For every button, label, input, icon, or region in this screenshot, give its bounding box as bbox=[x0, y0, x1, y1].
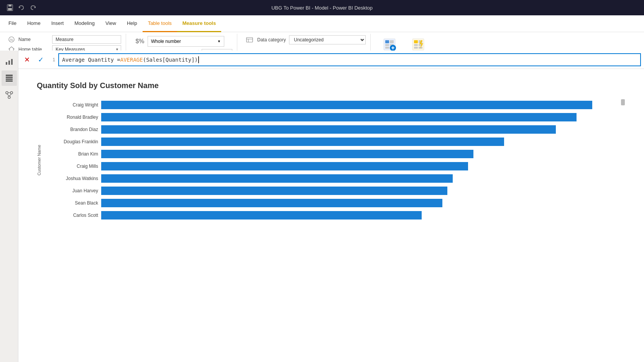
bar-label: Ronald Bradley bbox=[44, 115, 98, 120]
data-category-icon bbox=[245, 35, 254, 44]
bar-label: Joshua Watkins bbox=[44, 176, 98, 181]
bar-label: Brandon Diaz bbox=[44, 127, 98, 132]
bar-row: Ronald Bradley bbox=[44, 111, 618, 123]
sidebar-item-report[interactable] bbox=[2, 54, 17, 69]
svg-rect-13 bbox=[385, 47, 389, 49]
bar-fill bbox=[101, 187, 447, 195]
svg-point-34 bbox=[10, 92, 13, 94]
bar-row: Craig Wright bbox=[44, 99, 618, 111]
sidebar-item-model[interactable] bbox=[2, 87, 17, 103]
formula-cancel-button[interactable]: ✕ bbox=[21, 54, 32, 65]
chart-title: Quantity Sold by Customer Name bbox=[37, 81, 626, 90]
data-category-select[interactable]: Uncategorized bbox=[289, 35, 366, 44]
bar-fill bbox=[101, 150, 473, 158]
save-icon[interactable] bbox=[6, 4, 14, 11]
bar-fill bbox=[101, 199, 442, 207]
formula-text-func: AVERAGE bbox=[120, 57, 143, 63]
bar-fill bbox=[101, 101, 592, 109]
number-format-value: Whole number bbox=[151, 39, 181, 44]
scrollbar-thumb[interactable] bbox=[621, 99, 625, 105]
dollar-percent-icon: $% bbox=[134, 35, 146, 48]
chart-bars: Craig WrightRonald BradleyBrandon DiazDo… bbox=[44, 99, 618, 221]
svg-rect-27 bbox=[8, 61, 10, 65]
tab-help[interactable]: Help bbox=[122, 15, 143, 32]
bar-label: Craig Wright bbox=[44, 102, 98, 108]
bar-label: Brian Kim bbox=[44, 151, 98, 157]
svg-rect-19 bbox=[414, 40, 418, 43]
bar-label: Sean Black bbox=[44, 200, 98, 206]
svg-rect-1 bbox=[8, 5, 12, 7]
data-category-row: Data category Uncategorized ▼ bbox=[245, 35, 366, 44]
svg-rect-10 bbox=[390, 40, 394, 43]
tab-table-tools[interactable]: Table tools bbox=[143, 15, 177, 32]
bar-fill bbox=[101, 162, 468, 170]
title-bar-icons bbox=[6, 4, 37, 11]
svg-rect-21 bbox=[414, 44, 418, 46]
bar-track bbox=[101, 150, 618, 158]
bar-label: Juan Harvey bbox=[44, 188, 98, 193]
bar-label: Douglas Franklin bbox=[44, 139, 98, 144]
formula-input-wrapper: Average Quantity = AVERAGE ( Sales[Quant… bbox=[58, 53, 641, 66]
svg-point-33 bbox=[6, 92, 8, 94]
bar-fill bbox=[101, 174, 453, 183]
bar-track bbox=[101, 125, 618, 134]
formula-line-number: 1 bbox=[49, 57, 55, 62]
bar-fill bbox=[101, 211, 422, 219]
formula-text-space1: Sales[Quantity] bbox=[146, 57, 194, 63]
formatting-row1: $% Whole number ▼ bbox=[134, 35, 232, 48]
bar-track bbox=[101, 211, 618, 219]
bar-row: Juan Harvey bbox=[44, 185, 618, 197]
svg-rect-9 bbox=[385, 40, 389, 43]
tab-insert[interactable]: Insert bbox=[46, 15, 69, 32]
bar-track bbox=[101, 174, 618, 183]
bar-row: Craig Mills bbox=[44, 161, 618, 172]
bar-fill bbox=[101, 138, 504, 146]
title-bar: UBG To Power BI - Model - Power BI Deskt… bbox=[0, 0, 644, 15]
bar-row: Sean Black bbox=[44, 197, 618, 209]
main-content: Quantity Sold by Customer Name Customer … bbox=[18, 69, 644, 362]
bar-track bbox=[101, 162, 618, 170]
svg-line-38 bbox=[9, 94, 12, 96]
formula-confirm-button[interactable]: ✓ bbox=[35, 54, 46, 65]
bar-row: Brian Kim bbox=[44, 148, 618, 160]
svg-rect-32 bbox=[6, 80, 13, 82]
scrollbar-track[interactable] bbox=[621, 99, 626, 105]
tab-modeling[interactable]: Modeling bbox=[69, 15, 100, 32]
tab-file[interactable]: File bbox=[3, 15, 22, 32]
name-input[interactable] bbox=[52, 35, 121, 44]
svg-rect-23 bbox=[414, 47, 418, 49]
tab-view[interactable]: View bbox=[100, 15, 122, 32]
tab-measure-tools[interactable]: Measure tools bbox=[177, 15, 221, 32]
left-sidebar bbox=[0, 51, 18, 362]
tab-home[interactable]: Home bbox=[22, 15, 46, 32]
svg-rect-30 bbox=[6, 77, 13, 78]
new-measure-icon bbox=[382, 37, 397, 52]
data-category-select-wrapper[interactable]: Uncategorized ▼ bbox=[289, 35, 366, 44]
bar-track bbox=[101, 138, 618, 146]
redo-icon[interactable] bbox=[29, 4, 37, 11]
formula-cursor bbox=[198, 56, 199, 63]
bar-track bbox=[101, 199, 618, 207]
bar-label: Craig Mills bbox=[44, 164, 98, 169]
bar-track bbox=[101, 101, 618, 109]
svg-rect-2 bbox=[8, 8, 12, 10]
formula-input[interactable]: Average Quantity = AVERAGE ( Sales[Quant… bbox=[58, 53, 641, 66]
svg-rect-11 bbox=[385, 44, 389, 46]
bar-fill bbox=[101, 113, 577, 121]
number-format-arrow-icon: ▼ bbox=[217, 39, 221, 43]
bar-track bbox=[101, 187, 618, 195]
quick-measure-icon bbox=[411, 37, 426, 52]
svg-rect-5 bbox=[246, 38, 253, 42]
formula-text-measure: Average Quantity = bbox=[62, 57, 120, 63]
svg-text:N: N bbox=[10, 38, 13, 42]
bar-label: Carlos Scott bbox=[44, 213, 98, 218]
sidebar-item-data[interactable] bbox=[2, 70, 17, 86]
ribbon-tabs: File Home Insert Modeling View Help Tabl… bbox=[0, 15, 644, 32]
svg-line-37 bbox=[7, 94, 9, 96]
bar-row: Carlos Scott bbox=[44, 210, 618, 221]
number-format-select[interactable]: Whole number ▼ bbox=[148, 36, 224, 47]
svg-rect-31 bbox=[6, 79, 13, 80]
chart-y-label: Customer Name bbox=[37, 145, 41, 175]
formula-text-close: ) bbox=[195, 57, 198, 63]
undo-icon[interactable] bbox=[18, 4, 25, 11]
